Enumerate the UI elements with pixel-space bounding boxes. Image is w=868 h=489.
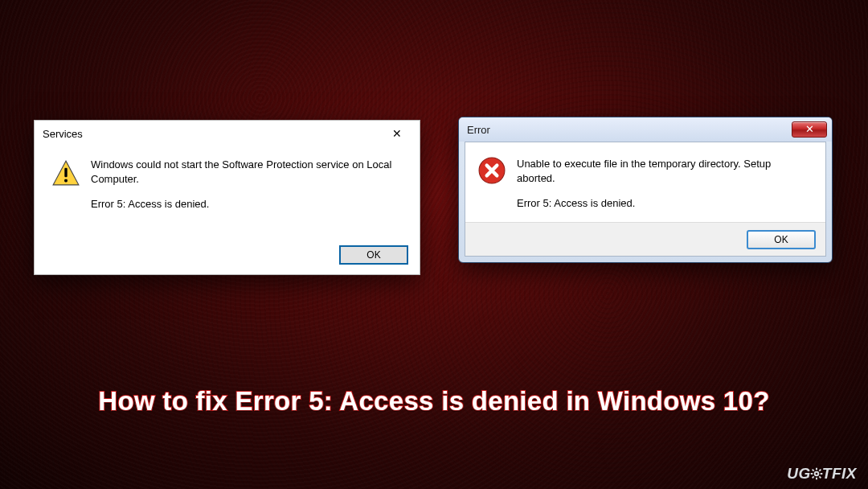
services-dialog-footer: OK bbox=[339, 245, 408, 265]
close-button[interactable]: ✕ bbox=[792, 121, 827, 138]
message-text: Windows could not start the Software Pro… bbox=[91, 158, 403, 186]
error-dialog-inner: Unable to execute file in the temporary … bbox=[465, 142, 826, 257]
error-text: Error 5: Access is denied. bbox=[517, 196, 811, 211]
services-dialog: Services ✕ Windows could not start the S… bbox=[34, 120, 420, 275]
error-dialog-body: Unable to execute file in the temporary … bbox=[465, 142, 825, 216]
svg-line-11 bbox=[819, 470, 821, 471]
error-dialog-titlebar: Error ✕ bbox=[459, 117, 832, 142]
services-dialog-message: Windows could not start the Software Pro… bbox=[91, 158, 403, 212]
message-text: Unable to execute file in the temporary … bbox=[517, 157, 811, 185]
article-headline: How to fix Error 5: Access is denied in … bbox=[0, 386, 868, 417]
close-button[interactable]: ✕ bbox=[379, 122, 415, 145]
svg-point-13 bbox=[815, 473, 817, 475]
warning-icon bbox=[52, 159, 80, 187]
svg-line-10 bbox=[819, 476, 821, 478]
error-dialog-footer: OK bbox=[465, 222, 825, 256]
ok-button[interactable]: OK bbox=[339, 245, 408, 265]
watermark-logo: UG TFIX bbox=[787, 465, 857, 483]
svg-line-12 bbox=[812, 476, 813, 478]
close-icon: ✕ bbox=[805, 123, 814, 135]
error-dialog-message: Unable to execute file in the temporary … bbox=[517, 157, 811, 211]
error-dialog-title: Error bbox=[467, 124, 490, 136]
svg-rect-1 bbox=[64, 168, 67, 178]
ok-button[interactable]: OK bbox=[747, 230, 816, 249]
services-dialog-body: Windows could not start the Software Pro… bbox=[35, 146, 420, 216]
error-dialog: Error ✕ Unable to execute file in the te… bbox=[458, 117, 833, 263]
services-dialog-title: Services bbox=[43, 128, 83, 140]
svg-line-9 bbox=[812, 470, 813, 471]
services-dialog-titlebar: Services ✕ bbox=[35, 121, 420, 146]
gear-icon bbox=[810, 467, 823, 480]
svg-rect-2 bbox=[64, 179, 68, 183]
watermark-suffix: TFIX bbox=[822, 465, 857, 483]
error-text: Error 5: Access is denied. bbox=[91, 197, 403, 212]
watermark-prefix: UG bbox=[787, 465, 811, 483]
close-icon: ✕ bbox=[392, 127, 402, 140]
error-icon bbox=[478, 157, 506, 184]
